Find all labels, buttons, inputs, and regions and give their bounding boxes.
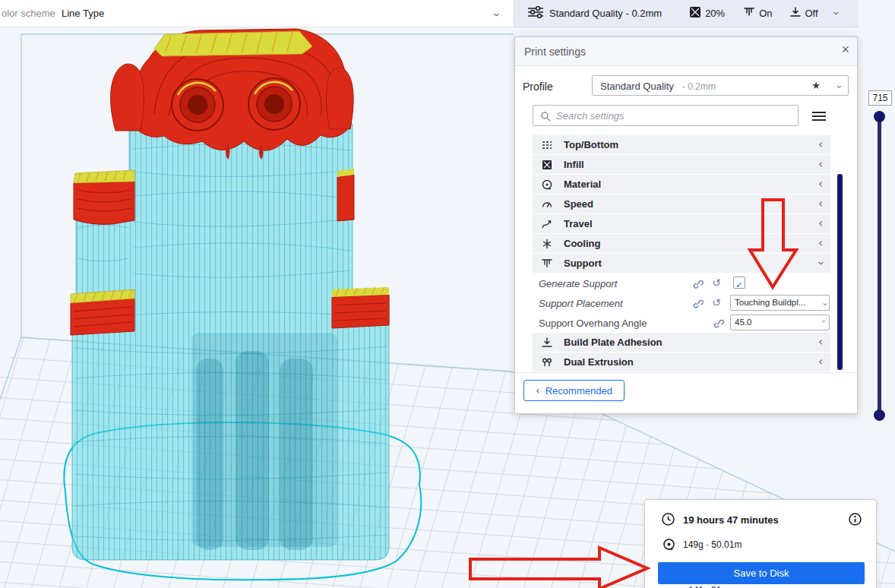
search-settings-box[interactable] xyxy=(533,105,799,126)
panel-header: Print settings × xyxy=(515,37,857,66)
category-label: Speed xyxy=(564,198,593,210)
settings-category-list: Top/Bottom ‹ Infill ‹ Material ‹ Speed ‹… xyxy=(533,135,830,372)
panel-title: Print settings xyxy=(524,46,586,58)
category-label: Dual Extrusion xyxy=(564,356,634,368)
setting-support-overhang-angle: Support Overhang Angle 45.0 ° xyxy=(533,313,830,333)
chevron-left-icon: ‹ xyxy=(818,337,823,348)
print-settings-panel: Print settings × Profile Standard Qualit… xyxy=(514,36,858,414)
link-icon[interactable] xyxy=(713,318,724,332)
save-to-disk-button[interactable]: Save to Disk xyxy=(658,562,865,584)
top-bottom-icon xyxy=(540,139,554,151)
info-icon[interactable] xyxy=(848,512,862,530)
clock-icon xyxy=(661,512,675,530)
chevron-left-icon: ‹ xyxy=(818,218,823,229)
color-scheme-dropdown[interactable]: olor scheme Line Type ‹ xyxy=(0,0,514,27)
chevron-left-icon: ‹ xyxy=(818,198,823,210)
layer-slider-handle-top[interactable] xyxy=(874,111,885,122)
category-speed[interactable]: Speed ‹ xyxy=(533,194,830,213)
setting-label: Support Placement xyxy=(539,298,623,309)
link-icon[interactable] xyxy=(692,298,704,312)
profile-name: Standard Quality xyxy=(600,81,674,92)
category-label: Build Plate Adhesion xyxy=(564,337,663,348)
material-spool-icon xyxy=(663,538,675,554)
search-input[interactable] xyxy=(556,106,793,125)
print-time-estimate: 19 hours 47 minutes xyxy=(683,514,779,526)
chevron-left-icon: ‹ xyxy=(818,139,823,150)
chevron-down-icon: ‹ xyxy=(830,11,841,16)
degree-unit: ° xyxy=(821,316,825,330)
profile-detail: - 0.2mm xyxy=(682,81,716,92)
category-cooling[interactable]: Cooling ‹ xyxy=(533,234,830,253)
category-dual-extrusion[interactable]: Dual Extrusion ‹ xyxy=(533,352,830,371)
category-label: Top/Bottom xyxy=(564,139,618,150)
active-profile-label: Standard Quality - 0.2mm xyxy=(549,8,662,19)
adhesion-icon xyxy=(789,6,802,21)
search-icon xyxy=(540,111,551,122)
adhesion-icon xyxy=(540,337,554,349)
star-icon: ★ xyxy=(811,80,821,91)
checkmark-icon: ✓ xyxy=(735,280,743,290)
chevron-down-icon: ‹ xyxy=(820,302,828,305)
chevron-down-icon: ‹ xyxy=(833,85,843,89)
category-label: Material xyxy=(564,179,601,190)
support-placement-dropdown[interactable]: Touching Buildpl... ‹ xyxy=(730,295,830,311)
chevron-left-icon: ‹ xyxy=(818,159,823,170)
profile-label: Profile xyxy=(523,81,553,93)
layer-number-input[interactable]: 715 xyxy=(868,90,892,106)
category-support[interactable]: Support ‹ xyxy=(533,254,830,273)
material-usage-estimate: 149g · 50.01m xyxy=(683,539,742,550)
setting-support-placement: Support Placement ↺ Touching Buildpl... … xyxy=(533,293,830,313)
overhang-angle-value: 45.0 xyxy=(735,318,751,327)
setting-generate-support: Generate Support ↺ ✓ xyxy=(533,273,830,293)
travel-icon xyxy=(540,218,554,230)
material-icon xyxy=(540,179,554,191)
dual-extrusion-icon xyxy=(540,356,554,368)
chevron-down-icon: ‹ xyxy=(815,261,827,266)
reset-icon[interactable]: ↺ xyxy=(712,296,721,308)
category-label: Infill xyxy=(564,159,584,170)
category-build-plate-adhesion[interactable]: Build Plate Adhesion ‹ xyxy=(533,333,830,352)
settings-menu-icon[interactable] xyxy=(812,111,826,125)
category-label: Travel xyxy=(564,218,593,229)
overhang-angle-input[interactable]: 45.0 ° xyxy=(730,315,830,330)
profile-dropdown[interactable]: Standard Quality - 0.2mm ★ ‹ xyxy=(592,75,849,96)
close-icon[interactable]: × xyxy=(841,42,849,58)
infill-percent-label: 20% xyxy=(705,8,725,19)
infill-icon xyxy=(689,6,701,21)
category-material[interactable]: Material ‹ xyxy=(533,175,830,194)
cooling-icon xyxy=(540,238,554,250)
link-icon[interactable] xyxy=(692,278,704,292)
color-scheme-label: olor scheme xyxy=(2,8,55,19)
panel-footer-divider xyxy=(515,372,857,373)
speed-icon xyxy=(540,198,554,210)
category-top-bottom[interactable]: Top/Bottom ‹ xyxy=(533,135,830,154)
reset-icon[interactable]: ↺ xyxy=(712,277,721,289)
chevron-down-icon: ‹ xyxy=(491,13,502,17)
category-travel[interactable]: Travel ‹ xyxy=(533,214,830,233)
chevron-left-icon: ‹ xyxy=(536,385,540,396)
setting-label: Support Overhang Angle xyxy=(539,318,647,329)
tune-icon xyxy=(528,6,543,21)
chevron-left-icon: ‹ xyxy=(818,356,823,368)
support-placement-value: Touching Buildpl... xyxy=(735,298,805,307)
view-mode-value: Line Type xyxy=(62,8,104,19)
generate-support-checkbox[interactable]: ✓ xyxy=(733,277,745,289)
category-label: Cooling xyxy=(564,238,600,249)
layer-slider-handle-bottom[interactable] xyxy=(874,409,885,421)
support-icon xyxy=(743,6,755,21)
support-state-label: On xyxy=(759,8,772,19)
category-infill[interactable]: Infill ‹ xyxy=(533,155,830,174)
support-icon xyxy=(540,258,554,270)
print-job-summary-card: 19 hours 47 minutes 149g · 50.01m Save t… xyxy=(644,499,877,588)
clipped-bottom-text: 141 : 21 mm xyxy=(688,585,739,588)
layer-slider-track[interactable] xyxy=(878,114,881,417)
chevron-left-icon: ‹ xyxy=(818,238,823,249)
category-label: Support xyxy=(564,258,602,269)
setting-label: Generate Support xyxy=(539,278,617,289)
print-settings-summary-bar[interactable]: Standard Quality - 0.2mm 20% On Off ‹ xyxy=(514,0,859,27)
infill-icon xyxy=(540,159,554,171)
adhesion-state-label: Off xyxy=(805,8,818,19)
recommended-label: Recommended xyxy=(546,385,612,397)
recommended-mode-button[interactable]: ‹ Recommended xyxy=(523,380,625,401)
settings-scrollbar[interactable] xyxy=(837,174,843,370)
